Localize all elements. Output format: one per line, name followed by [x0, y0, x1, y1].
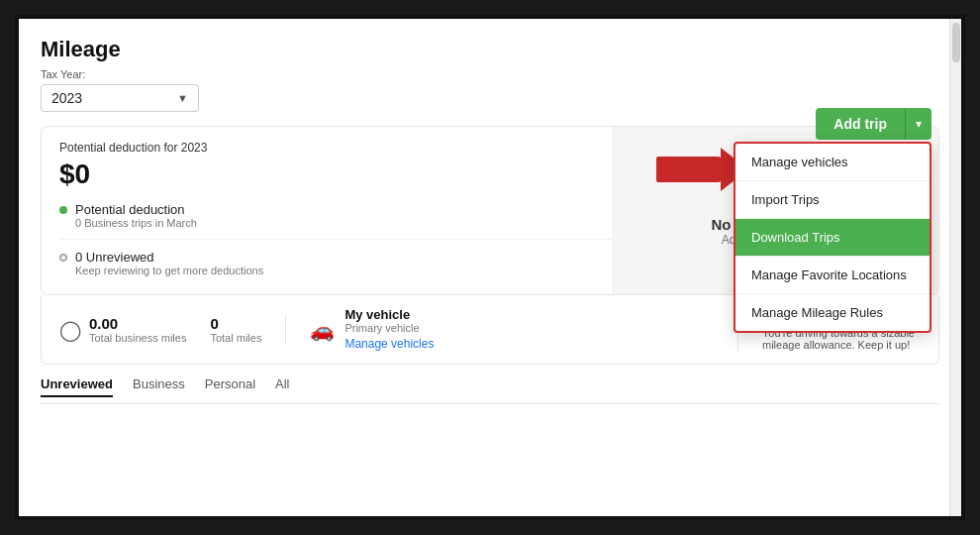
add-trip-btn-row: Add trip ▾	[816, 108, 931, 140]
tax-year-select[interactable]: 2023 ▼	[41, 84, 199, 112]
scrollbar[interactable]	[949, 19, 961, 516]
dropdown-item-manage-vehicles[interactable]: Manage vehicles	[735, 144, 930, 181]
unreviewed-icon	[59, 254, 67, 262]
tab-all[interactable]: All	[275, 376, 289, 397]
tax-year-label: Tax Year:	[41, 68, 939, 80]
manage-vehicles-link[interactable]: Manage vehicles	[344, 337, 434, 351]
tab-personal[interactable]: Personal	[205, 376, 255, 397]
miles-section: ◯ 0.00 Total business miles 0 Total mile…	[59, 315, 286, 344]
dropdown-item-manage-mileage-rules[interactable]: Manage Mileage Rules	[735, 294, 930, 331]
dropdown-chevron-icon: ▾	[916, 117, 922, 131]
add-trip-button[interactable]: Add trip	[816, 108, 905, 140]
dropdown-item-import-trips[interactable]: Import Trips	[735, 181, 930, 219]
vehicle-name: My vehicle	[344, 307, 434, 322]
chevron-down-icon: ▼	[177, 92, 188, 104]
dropdown-item-manage-favorite-locations[interactable]: Manage Favorite Locations	[735, 257, 930, 294]
scrollbar-thumb[interactable]	[952, 23, 960, 62]
page-title: Mileage	[41, 37, 939, 62]
vehicle-icon: 🚗	[310, 318, 335, 342]
total-miles-label: Total miles	[210, 332, 261, 344]
vehicle-type: Primary vehicle	[344, 322, 434, 334]
dropdown-item-download-trips[interactable]: Download Trips	[735, 219, 930, 257]
add-trip-dropdown-menu: Manage vehicles Import Trips Download Tr…	[734, 142, 931, 333]
total-business-miles-label: Total business miles	[89, 332, 186, 344]
tabs-row: Unreviewed Business Personal All	[41, 376, 939, 404]
odometer-icon: ◯	[59, 318, 81, 342]
total-business-miles-value: 0.00	[89, 315, 186, 332]
tax-year-value: 2023	[51, 90, 82, 106]
top-right-actions: Add trip ▾ Manage vehicles Import Trips …	[734, 108, 931, 333]
total-miles-value: 0	[210, 315, 261, 332]
dot-icon	[59, 206, 67, 214]
add-trip-dropdown-button[interactable]: ▾	[905, 108, 931, 140]
tab-business[interactable]: Business	[133, 376, 185, 397]
vehicle-section: 🚗 My vehicle Primary vehicle Manage vehi…	[310, 307, 738, 352]
tab-unreviewed[interactable]: Unreviewed	[41, 376, 113, 397]
